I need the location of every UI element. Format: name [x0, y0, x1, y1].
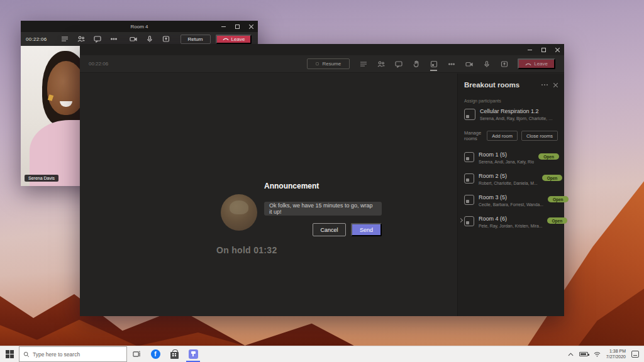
share-screen-button[interactable]	[162, 35, 170, 43]
leave-button[interactable]: Leave	[518, 58, 555, 69]
resume-label: Resume	[322, 61, 341, 67]
breakout-room-icon	[464, 173, 474, 184]
add-room-button[interactable]: Add room	[487, 131, 518, 141]
raise-hand-button[interactable]	[412, 60, 420, 68]
panel-close-button[interactable]	[553, 83, 558, 87]
clock-date: 7/27/2020	[606, 354, 626, 360]
task-view-button[interactable]	[127, 346, 146, 362]
panel-more-button[interactable]	[541, 84, 548, 85]
meeting-timer: 00:22:06	[89, 61, 108, 67]
room-participants: Cecile, Barbara, Forrest, Wanda...	[479, 202, 543, 207]
hangup-icon	[525, 61, 531, 67]
main-room-participants: Serena, Andi, Ray, Bjorn, Charlotte, +14	[480, 116, 554, 121]
participants-button[interactable]	[77, 35, 86, 43]
room-name: Room 2 (5)	[479, 173, 538, 180]
roster-list-button[interactable]	[61, 35, 69, 43]
room-participants: Robert, Charlotte, Daniela, M...	[479, 180, 538, 186]
close-button[interactable]	[550, 44, 564, 55]
search-input[interactable]	[33, 351, 108, 358]
tray-chevron-icon[interactable]	[568, 353, 574, 356]
resume-icon	[316, 62, 319, 65]
share-screen-button[interactable]	[500, 60, 508, 68]
mic-icon	[483, 60, 491, 68]
room-status-badge: Open	[548, 196, 569, 202]
breakout-room-icon	[464, 109, 475, 120]
room-name: Room 4 (6)	[479, 216, 543, 222]
teams-icon	[189, 349, 198, 359]
network-icon[interactable]	[594, 351, 601, 357]
chat-button[interactable]	[394, 60, 402, 68]
room-status-badge: Open	[538, 153, 559, 160]
room-list-item[interactable]: Room 2 (5) Robert, Charlotte, Daniela, M…	[464, 173, 558, 186]
maximize-icon	[235, 25, 240, 29]
taskbar-clock[interactable]: 1:38 PM 7/27/2020	[606, 349, 626, 359]
windows-logo-icon	[6, 350, 14, 358]
taskbar-facebook[interactable]: f	[146, 346, 165, 362]
taskbar-store[interactable]	[165, 346, 184, 362]
maximize-button[interactable]	[230, 21, 244, 32]
leave-button[interactable]: Leave	[216, 35, 252, 44]
list-icon	[360, 60, 367, 68]
clock-time: 1:38 PM	[606, 349, 626, 354]
chat-icon	[94, 35, 101, 43]
mic-button[interactable]	[482, 60, 491, 68]
close-button[interactable]	[244, 21, 258, 32]
windows-taskbar: f 1:38 PM 7/27/2020	[0, 346, 644, 362]
main-room-name: Cellular Respiration 1.2	[480, 108, 554, 115]
share-screen-icon	[501, 60, 508, 68]
camera-icon	[465, 60, 473, 68]
more-options-button[interactable]	[447, 60, 455, 68]
minimize-button[interactable]	[523, 44, 536, 55]
breakout-room-icon	[464, 152, 474, 162]
mic-icon	[146, 35, 153, 43]
room-list-item[interactable]: Room 1 (5) Serena, Andi, Jana, Katy, Rio…	[464, 151, 558, 165]
leave-label: Leave	[534, 61, 548, 67]
main-room-item[interactable]: Cellular Respiration 1.2 Serena, Andi, R…	[464, 108, 558, 121]
room-status-badge: Open	[547, 217, 568, 224]
room-list-item[interactable]: Room 4 (6) Pete, Ray, Jordan, Kristen, M…	[464, 216, 558, 229]
breakout-room-icon	[464, 195, 474, 205]
camera-button[interactable]	[465, 60, 473, 68]
expand-chevron-icon	[458, 218, 463, 222]
announcement-title: Announcement	[264, 182, 319, 190]
announcement-avatar	[221, 194, 257, 231]
mic-button[interactable]	[146, 35, 154, 43]
minimize-icon	[221, 26, 226, 27]
manage-rooms-label[interactable]: Manage rooms	[464, 130, 483, 141]
start-button[interactable]	[0, 346, 19, 362]
announcement-message-input[interactable]: Ok folks, we have 15 minutes to go, wrap…	[264, 202, 382, 216]
ellipsis-icon	[448, 60, 455, 68]
facebook-icon: f	[151, 349, 160, 359]
close-rooms-button[interactable]: Close rooms	[521, 131, 558, 141]
leave-label: Leave	[231, 36, 245, 42]
share-screen-icon	[162, 35, 170, 43]
camera-button[interactable]	[130, 35, 138, 43]
room-list-item[interactable]: Room 3 (5) Cecile, Barbara, Forrest, Wan…	[464, 194, 558, 207]
taskbar-search[interactable]	[19, 346, 127, 362]
battery-icon[interactable]	[579, 352, 588, 356]
roster-list-button[interactable]	[359, 60, 367, 68]
action-center-icon[interactable]	[631, 351, 639, 358]
return-button[interactable]: Return	[180, 35, 211, 44]
breakout-room-icon	[464, 216, 474, 226]
send-button[interactable]: Send	[351, 223, 382, 236]
minimize-button[interactable]	[216, 21, 230, 32]
resume-button[interactable]: Resume	[307, 58, 350, 69]
room4-titlebar[interactable]: Room 4	[21, 21, 258, 32]
on-hold-timer: On hold 01:32	[216, 245, 277, 255]
minimize-icon	[528, 50, 532, 50]
taskbar-teams[interactable]	[184, 346, 203, 362]
cancel-button[interactable]: Cancel	[313, 223, 346, 236]
more-options-button[interactable]	[110, 35, 118, 43]
main-titlebar[interactable]	[80, 44, 564, 55]
rooms-list: Room 1 (5) Serena, Andi, Jana, Katy, Rio…	[464, 151, 558, 229]
room-participants: Serena, Andi, Jana, Katy, Rio	[479, 159, 534, 165]
hand-icon	[413, 60, 420, 68]
participants-button[interactable]	[377, 60, 385, 68]
chat-icon	[395, 60, 402, 68]
maximize-button[interactable]	[536, 44, 550, 55]
room-participants: Pete, Ray, Jordan, Kristen, Mira...	[479, 223, 543, 229]
task-view-icon	[133, 351, 141, 358]
breakout-rooms-button[interactable]	[430, 60, 438, 68]
chat-button[interactable]	[94, 35, 102, 43]
